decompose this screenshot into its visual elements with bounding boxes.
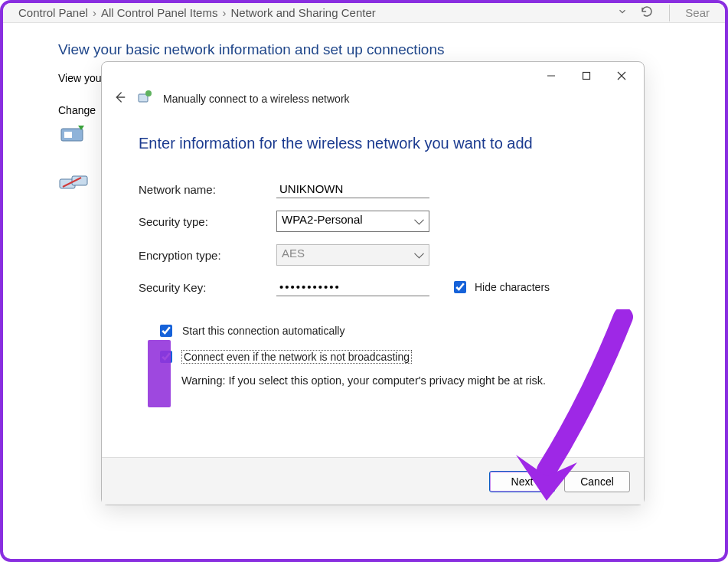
- dialog-title: Manually connect to a wireless network: [163, 93, 350, 105]
- wireless-form: Network name: Security type: WPA2-Person…: [139, 180, 616, 387]
- vertical-divider: [669, 5, 670, 21]
- manually-connect-dialog: Manually connect to a wireless network E…: [101, 61, 645, 505]
- network-wizard-icon: [137, 90, 152, 107]
- svg-point-6: [145, 90, 152, 96]
- chevron-right-icon: ›: [222, 6, 226, 19]
- breadcrumb-item[interactable]: Control Panel: [18, 6, 88, 19]
- hide-characters-checkbox[interactable]: [454, 281, 466, 293]
- cancel-button[interactable]: Cancel: [564, 471, 630, 492]
- security-type-select[interactable]: WPA2-Personal: [276, 211, 429, 232]
- connect-network-icon[interactable]: [58, 172, 89, 193]
- encryption-type-label: Encryption type:: [139, 249, 276, 262]
- security-key-input[interactable]: [276, 278, 429, 296]
- dialog-footer: Next Cancel: [102, 457, 644, 505]
- search-placeholder[interactable]: Sear: [685, 6, 710, 19]
- connect-not-broadcasting-checkbox[interactable]: [160, 351, 172, 363]
- chevron-down-icon[interactable]: [617, 6, 628, 19]
- dialog-heading: Enter information for the wireless netwo…: [139, 135, 616, 152]
- minimize-button[interactable]: [534, 64, 569, 87]
- breadcrumb-item[interactable]: All Control Panel Items: [101, 6, 218, 19]
- breadcrumb-item[interactable]: Network and Sharing Center: [230, 6, 375, 19]
- start-automatically-label: Start this connection automatically: [182, 325, 344, 337]
- svg-rect-4: [583, 73, 590, 80]
- dialog-header: Manually connect to a wireless network: [102, 90, 644, 113]
- refresh-icon[interactable]: [640, 5, 654, 21]
- dialog-body: Enter information for the wireless netwo…: [102, 113, 644, 457]
- security-key-label: Security Key:: [139, 281, 276, 294]
- encryption-type-select: AES: [276, 244, 429, 266]
- hide-characters-label: Hide characters: [475, 281, 550, 293]
- privacy-warning-text: Warning: If you select this option, your…: [181, 374, 616, 387]
- chevron-right-icon: ›: [93, 6, 96, 19]
- next-button[interactable]: Next: [489, 471, 555, 492]
- page-title: View your basic network information and …: [58, 41, 702, 58]
- network-name-label: Network name:: [139, 183, 276, 196]
- dialog-titlebar: [102, 62, 644, 90]
- new-connection-icon[interactable]: [58, 123, 89, 144]
- start-automatically-checkbox[interactable]: [160, 325, 172, 337]
- svg-rect-1: [64, 132, 72, 138]
- breadcrumb-bar: Control Panel › All Control Panel Items …: [3, 3, 725, 23]
- close-button[interactable]: [604, 64, 639, 87]
- maximize-button[interactable]: [569, 64, 604, 87]
- network-name-input[interactable]: [276, 180, 429, 198]
- connect-not-broadcasting-label: Connect even if the network is not broad…: [182, 351, 411, 363]
- back-button[interactable]: [113, 90, 126, 106]
- security-type-label: Security type:: [139, 215, 276, 228]
